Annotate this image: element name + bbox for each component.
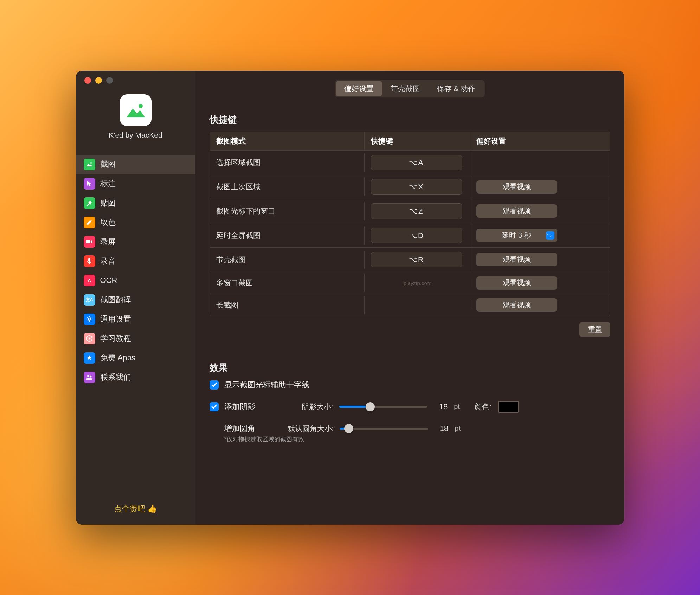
- sidebar-item-tutorial[interactable]: 学习教程: [76, 329, 195, 348]
- header-mode: 截图模式: [210, 132, 365, 150]
- app-icon: [120, 94, 152, 126]
- app-title: K'ed by MacKed: [109, 131, 162, 139]
- chevron-updown-icon: ⌃⌄: [545, 233, 553, 238]
- corner-label: 增加圆角: [224, 423, 288, 434]
- shadow-checkbox[interactable]: [210, 402, 219, 411]
- sidebar-item-general[interactable]: 通用设置: [76, 310, 195, 329]
- shortcut-input[interactable]: ⌥R: [371, 252, 462, 267]
- close-button[interactable]: [84, 77, 91, 84]
- corner-hint: *仅对拖拽选取区域的截图有效: [224, 435, 610, 443]
- shadow-color-well[interactable]: [498, 401, 519, 413]
- tab-preferences[interactable]: 偏好设置: [336, 81, 382, 96]
- tab-save[interactable]: 保存 & 动作: [429, 81, 484, 96]
- watch-video-button[interactable]: 观看视频: [476, 204, 557, 218]
- shadow-slider[interactable]: [339, 406, 427, 408]
- slider-thumb[interactable]: [344, 424, 353, 433]
- shortcut-input[interactable]: ⌥X: [371, 179, 462, 195]
- pin-icon: [84, 197, 95, 209]
- mode-label: 长截图: [210, 296, 365, 314]
- slider-thumb[interactable]: [366, 402, 375, 411]
- corner-value: 18: [434, 424, 448, 433]
- watch-video-button[interactable]: 观看视频: [476, 180, 557, 194]
- sidebar-item-pin[interactable]: 贴图: [76, 194, 195, 213]
- translate-icon: 文A: [84, 294, 95, 306]
- watch-video-button[interactable]: 观看视频: [476, 276, 557, 290]
- sidebar-item-label: 贴图: [100, 198, 116, 208]
- table-row: 截图光标下的窗口 ⌥Z 观看视频: [210, 199, 610, 223]
- crosshair-row: 显示截图光标辅助十字线: [210, 380, 610, 390]
- sidebar-item-label: 免费 Apps: [100, 353, 135, 363]
- eyedropper-icon: [84, 217, 95, 228]
- crosshair-checkbox[interactable]: [210, 380, 219, 390]
- mic-icon: [84, 255, 95, 267]
- shadow-row: 添加阴影 阴影大小: 18 pt 颜色:: [210, 401, 610, 413]
- reset-row: 重置: [210, 322, 610, 337]
- shortcut-input[interactable]: ⌥Z: [371, 203, 462, 219]
- tabbar: 偏好设置 带壳截图 保存 & 动作: [210, 80, 610, 97]
- segmented-control: 偏好设置 带壳截图 保存 & 动作: [335, 80, 485, 97]
- header-shortcut: 快捷键: [365, 132, 470, 150]
- sidebar-footer[interactable]: 点个赞吧 👍: [76, 494, 195, 525]
- corner-size-label: 默认圆角大小:: [288, 424, 334, 433]
- maximize-button[interactable]: [106, 77, 113, 84]
- corner-row: 增加圆角 默认圆角大小: 18 pt *仅对拖拽选取区域的截图有效: [210, 423, 610, 443]
- sidebar-item-label: 截图翻译: [100, 295, 131, 305]
- sidebar-item-color[interactable]: 取色: [76, 213, 195, 232]
- svg-rect-3: [86, 240, 90, 243]
- shortcuts-table: 截图模式 快捷键 偏好设置 选择区域截图 ⌥A 截图上次区域 ⌥X 观看视频 截…: [210, 132, 610, 316]
- watch-video-button[interactable]: 观看视频: [476, 253, 557, 266]
- sidebar-item-apps[interactable]: 免费 Apps: [76, 348, 195, 368]
- svg-point-0: [139, 104, 143, 108]
- table-row: 带壳截图 ⌥R 观看视频: [210, 248, 610, 272]
- sidebar: K'ed by MacKed 截图 标注 贴图: [76, 71, 195, 525]
- corner-unit: pt: [455, 424, 461, 432]
- svg-rect-4: [88, 258, 90, 262]
- section-shortcuts-title: 快捷键: [210, 114, 610, 126]
- minimize-button[interactable]: [95, 77, 102, 84]
- video-icon: [84, 236, 95, 248]
- sidebar-item-label: OCR: [100, 276, 117, 285]
- delay-select[interactable]: 延时 3 秒⌃⌄: [476, 229, 557, 242]
- crosshair-label: 显示截图光标辅助十字线: [224, 380, 309, 390]
- sidebar-item-label: 截图: [100, 159, 116, 170]
- mode-label: 选择区域截图: [210, 153, 365, 172]
- tab-shell[interactable]: 带壳截图: [382, 81, 429, 96]
- shadow-size-label: 阴影大小:: [302, 402, 333, 412]
- sidebar-item-contact[interactable]: 联系我们: [76, 368, 195, 387]
- preferences-window: K'ed by MacKed 截图 标注 贴图: [76, 71, 624, 525]
- shadow-value: 18: [434, 402, 448, 411]
- app-header: K'ed by MacKed: [76, 94, 195, 139]
- svg-point-2: [90, 162, 92, 164]
- section-effects-title: 效果: [210, 362, 610, 374]
- mode-label: 延时全屏截图: [210, 226, 365, 245]
- sidebar-item-label: 通用设置: [100, 314, 131, 324]
- sidebar-item-label: 录音: [100, 256, 116, 266]
- mode-label: 截图上次区域: [210, 178, 365, 196]
- sidebar-item-ocr[interactable]: A OCR: [76, 271, 195, 290]
- sidebar-item-annotate[interactable]: 标注: [76, 174, 195, 194]
- mode-label: 截图光标下的窗口: [210, 202, 365, 220]
- sidebar-item-translate[interactable]: 文A 截图翻译: [76, 290, 195, 310]
- gear-icon: [84, 314, 95, 325]
- sidebar-item-label: 取色: [100, 217, 116, 228]
- contact-icon: [84, 372, 95, 383]
- watch-video-button[interactable]: 观看视频: [476, 298, 557, 312]
- sidebar-item-record[interactable]: 录屏: [76, 232, 195, 252]
- traffic-lights: [76, 77, 195, 84]
- shadow-unit: pt: [454, 403, 460, 411]
- shortcut-input[interactable]: ⌥D: [371, 228, 462, 243]
- color-label: 颜色:: [475, 402, 492, 412]
- svg-point-8: [90, 376, 92, 378]
- corner-slider[interactable]: [340, 428, 428, 430]
- reset-button[interactable]: 重置: [579, 322, 610, 337]
- header-pref: 偏好设置: [470, 132, 610, 150]
- sidebar-item-audio[interactable]: 录音: [76, 252, 195, 271]
- sidebar-item-label: 联系我们: [100, 372, 131, 382]
- table-header: 截图模式 快捷键 偏好设置: [210, 132, 610, 151]
- cursor-icon: [84, 178, 95, 190]
- table-row: 截图上次区域 ⌥X 观看视频: [210, 175, 610, 199]
- sidebar-item-screenshot[interactable]: 截图: [76, 155, 195, 174]
- shortcut-input[interactable]: ⌥A: [371, 155, 462, 170]
- sidebar-items: 截图 标注 贴图 取色: [76, 153, 195, 494]
- svg-point-5: [88, 318, 90, 320]
